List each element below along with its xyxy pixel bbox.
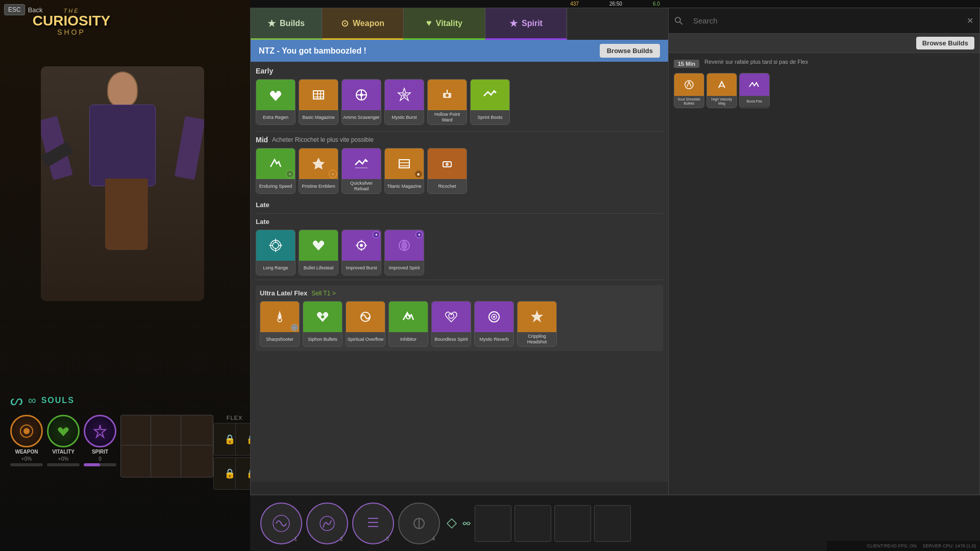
tab-vitality[interactable]: ♥ Vitality — [404, 8, 485, 40]
system-text: CLIENT:READ FPS: ON — [867, 543, 917, 548]
back-label[interactable]: Back — [28, 6, 43, 14]
gold-stat: 437 — [570, 1, 579, 7]
item-hollow-point-ward[interactable]: Hollow Point Ward — [427, 79, 467, 125]
search-clear-icon[interactable]: ✕ — [967, 16, 973, 26]
item-spiritual-overflow[interactable]: Spiritual Overflow — [346, 301, 385, 347]
item-sprint-boots-icon — [471, 80, 509, 110]
esc-button[interactable]: ESC — [4, 4, 25, 15]
early-section: Early Extra Regen Bas — [256, 67, 663, 125]
bottom-rect-slots — [475, 505, 631, 542]
item-ammo-scavenger[interactable]: Ammo Scavenger — [341, 79, 381, 125]
item-siphon-bullets-name: Siphon Bullets — [303, 332, 342, 346]
item-ricochet[interactable]: Ricochet — [427, 148, 467, 194]
search-input[interactable] — [687, 12, 963, 29]
item-long-range[interactable]: Long Range — [256, 230, 296, 276]
item-pristine-emblem-icon: + — [299, 148, 338, 179]
item-mystic-reverb[interactable]: Mystic Reverb — [474, 301, 514, 347]
svg-point-47 — [675, 17, 680, 22]
bottom-slot-3[interactable] — [554, 505, 591, 542]
item-circle-4-num: 4 — [432, 536, 435, 542]
souls-row: ᔕ ∞ SOULS — [10, 392, 245, 409]
bottom-infinity-icon — [459, 518, 471, 529]
sell-t1-button[interactable]: Sell T1 > — [311, 290, 335, 297]
side-item-high-velocity-mag[interactable]: High Velocity Mag — [706, 73, 737, 108]
side-item-high-velocity-mag-name: High Velocity Mag — [707, 96, 737, 108]
side-item-soul-shredder[interactable]: Soul Shredder Bullets — [674, 73, 704, 108]
item-pristine-emblem[interactable]: + Pristine Emblem — [299, 148, 338, 194]
item-ricochet-icon — [428, 148, 467, 179]
svg-point-15 — [446, 94, 449, 97]
item-improved-burst[interactable]: ✦ Improved Burst — [341, 230, 381, 276]
item-enduring-speed-name: Enduring Speed — [256, 179, 295, 193]
item-bullet-lifesteal[interactable]: Bullet Lifesteal — [299, 230, 338, 276]
score-stat: 6.0 — [653, 1, 660, 7]
tab-builds[interactable]: ★ Builds — [251, 8, 322, 40]
mid-section: Mid Acheter Ricochet le plus vite possib… — [256, 136, 663, 194]
ultra-items-row: ○ Sharpshooter Siphon Bullets — [260, 301, 659, 347]
svg-point-42 — [449, 313, 454, 318]
vitality-stat-bar — [47, 463, 80, 466]
item-basic-magazine[interactable]: Basic Magazine — [299, 79, 338, 125]
search-container: ✕ — [669, 8, 979, 33]
item-mystic-burst-name: Mystic Burst — [385, 110, 424, 124]
late-items-row: Long Range Bullet Lifesteal ✦ Improved B… — [256, 230, 663, 276]
item-basic-magazine-icon — [299, 80, 338, 110]
inventory-grid — [120, 415, 209, 473]
inv-slot-5[interactable] — [151, 445, 183, 478]
vitality-stat-label: VITALITY — [52, 449, 75, 455]
item-circle-4[interactable]: 4 — [398, 503, 440, 544]
item-crippling-headshot[interactable]: Crippling Headshot — [517, 301, 557, 347]
item-inhibitor[interactable]: Inhibitor — [388, 301, 428, 347]
bottom-slot-2[interactable] — [514, 505, 551, 542]
item-sharpshooter[interactable]: ○ Sharpshooter — [260, 301, 300, 347]
item-circle-3[interactable]: 3 — [352, 503, 394, 544]
item-improved-spirit-name: Improved Spirit — [385, 261, 424, 275]
inv-slot-3[interactable] — [181, 415, 213, 447]
spirit-tab-label: Spirit — [522, 19, 543, 28]
side-item-burst-fire-icon — [740, 73, 769, 96]
spirit-bar-fill — [84, 463, 100, 466]
item-circle-2[interactable]: 2 — [306, 503, 348, 544]
inv-slot-2[interactable] — [151, 415, 183, 447]
char-torso — [89, 105, 156, 186]
side-note: Revenir sur rafale plus tard si pas de F… — [704, 58, 808, 66]
weapon-stat-box: WEAPON +0% — [10, 415, 43, 466]
item-hollow-point-ward-name: Hollow Point Ward — [428, 110, 467, 124]
side-item-burst-fire[interactable]: Burst Fire — [739, 73, 770, 108]
bottom-slot-4[interactable] — [594, 505, 631, 542]
item-quicksilver-reload[interactable]: Quicksilver Reload — [341, 148, 381, 194]
mid-label: Mid — [256, 136, 268, 144]
item-enduring-speed[interactable]: + Enduring Speed — [256, 148, 296, 194]
item-hollow-point-ward-icon — [428, 80, 467, 110]
bottom-slot-1[interactable] — [475, 505, 511, 542]
item-improved-spirit-icon: ✦ — [385, 230, 424, 261]
svg-point-45 — [493, 316, 495, 318]
item-circle-1[interactable]: 1 — [260, 503, 302, 544]
tab-weapon[interactable]: ⊙ Weapon — [322, 8, 404, 40]
side-panel: ✕ Browse Builds 15 Min Revenir sur rafal… — [669, 8, 980, 495]
tab-spirit[interactable]: ★ Spirit — [485, 8, 567, 40]
item-improved-spirit[interactable]: ✦ Improved Spirit — [384, 230, 424, 276]
item-mystic-burst[interactable]: Mystic Burst — [384, 79, 424, 125]
browse-builds-button[interactable]: Browse Builds — [600, 44, 660, 58]
inv-slot-6[interactable] — [181, 445, 213, 478]
item-basic-magazine-name: Basic Magazine — [299, 110, 338, 124]
inv-slot-4[interactable] — [120, 445, 153, 478]
item-sprint-boots[interactable]: Sprint Boots — [470, 79, 510, 125]
item-circle-2-icon — [317, 513, 337, 534]
item-boundless-spirit[interactable]: Boundless Spirit — [431, 301, 471, 347]
side-browse-builds-button[interactable]: Browse Builds — [916, 37, 974, 49]
char-leg-right — [120, 179, 148, 250]
spirit-tab-icon: ★ — [509, 18, 518, 29]
vitality-stat-value: +0% — [58, 456, 68, 462]
mid-section-header: Mid Acheter Ricochet le plus vite possib… — [256, 136, 663, 144]
item-long-range-icon — [256, 230, 295, 261]
item-crippling-headshot-name: Crippling Headshot — [518, 332, 556, 346]
item-titanic-magazine[interactable]: ■ Titanic Magazine — [384, 148, 424, 194]
flex-label: FLEX — [227, 415, 243, 421]
inv-slot-1[interactable] — [120, 415, 153, 447]
vitality-tab-icon: ♥ — [426, 18, 432, 29]
item-extra-regen[interactable]: Extra Regen — [256, 79, 296, 125]
item-siphon-bullets[interactable]: Siphon Bullets — [303, 301, 342, 347]
inventory-area — [120, 415, 209, 473]
